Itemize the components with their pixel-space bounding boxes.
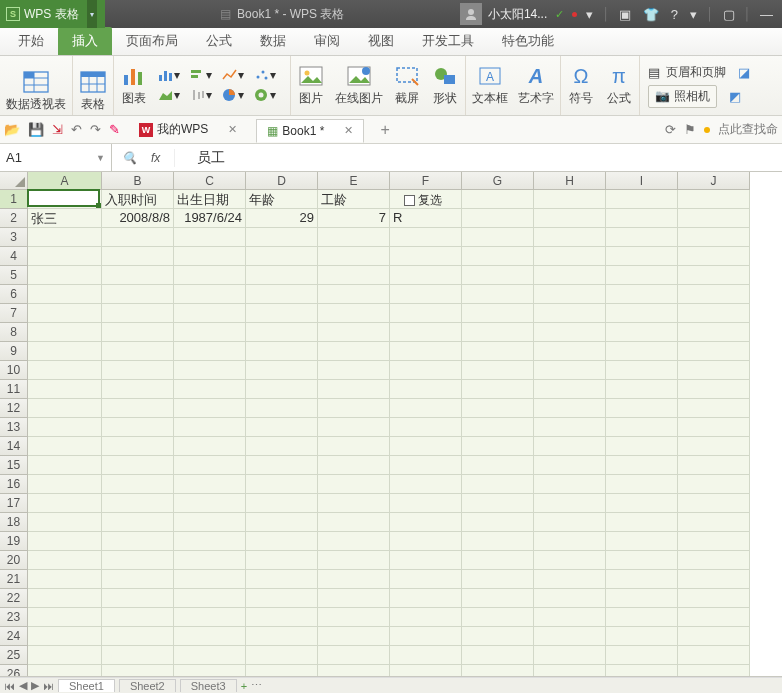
cell[interactable] <box>462 627 534 646</box>
find-command-label[interactable]: 点此查找命 <box>718 121 778 138</box>
my-wps-tab[interactable]: W 我的WPS ✕ <box>128 116 248 143</box>
cell[interactable] <box>246 532 318 551</box>
cell[interactable] <box>246 323 318 342</box>
cell[interactable] <box>28 532 102 551</box>
cell[interactable] <box>318 589 390 608</box>
cell[interactable] <box>534 608 606 627</box>
cell[interactable] <box>318 456 390 475</box>
cell[interactable] <box>28 304 102 323</box>
cell[interactable] <box>318 608 390 627</box>
row-header[interactable]: 24 <box>0 627 28 646</box>
select-all-corner[interactable] <box>0 172 28 190</box>
cell[interactable]: 张三 <box>28 209 102 228</box>
redo-icon[interactable]: ↷ <box>90 122 101 137</box>
row-header[interactable]: 19 <box>0 532 28 551</box>
cell[interactable] <box>606 266 678 285</box>
cell[interactable] <box>318 494 390 513</box>
cell[interactable] <box>462 247 534 266</box>
cell[interactable] <box>534 532 606 551</box>
cell[interactable] <box>246 494 318 513</box>
export-icon[interactable]: ⇲ <box>52 122 63 137</box>
cell[interactable] <box>246 665 318 677</box>
cell[interactable] <box>678 418 750 437</box>
cell[interactable] <box>678 494 750 513</box>
cell[interactable] <box>606 247 678 266</box>
user-name[interactable]: 小太阳14... <box>488 6 547 23</box>
next-sheet-icon[interactable]: ▶ <box>31 679 39 692</box>
pie-chart-icon[interactable]: ▾ <box>218 86 248 104</box>
cell[interactable] <box>390 399 462 418</box>
cell[interactable] <box>28 608 102 627</box>
cell[interactable] <box>318 665 390 677</box>
cell[interactable] <box>462 551 534 570</box>
cell[interactable] <box>174 247 246 266</box>
line-chart-icon[interactable]: ▾ <box>218 66 248 84</box>
cell[interactable] <box>462 304 534 323</box>
screenshot-button[interactable]: 截屏 <box>393 64 421 107</box>
cell[interactable] <box>390 589 462 608</box>
tab-page-layout[interactable]: 页面布局 <box>112 27 192 55</box>
cell[interactable] <box>390 513 462 532</box>
cell[interactable] <box>678 475 750 494</box>
cell[interactable] <box>174 532 246 551</box>
row-header[interactable]: 8 <box>0 323 28 342</box>
cell[interactable] <box>390 361 462 380</box>
cell[interactable] <box>462 266 534 285</box>
cell[interactable] <box>28 380 102 399</box>
row-header[interactable]: 20 <box>0 551 28 570</box>
column-header[interactable]: E <box>318 172 390 190</box>
cell[interactable] <box>462 228 534 247</box>
cell[interactable] <box>102 304 174 323</box>
restore-icon[interactable]: ▢ <box>720 7 738 22</box>
picture-button[interactable]: 图片 <box>297 64 325 107</box>
cell[interactable] <box>606 608 678 627</box>
cell[interactable] <box>678 589 750 608</box>
cell[interactable] <box>534 399 606 418</box>
cell[interactable] <box>534 228 606 247</box>
cell[interactable] <box>606 589 678 608</box>
cell[interactable] <box>246 475 318 494</box>
hbar-chart-icon[interactable]: ▾ <box>186 66 216 84</box>
cell[interactable] <box>606 228 678 247</box>
cell[interactable] <box>390 342 462 361</box>
user-avatar-icon[interactable] <box>460 3 482 25</box>
add-sheet-icon[interactable]: + <box>241 680 247 692</box>
cell[interactable] <box>462 323 534 342</box>
cell[interactable] <box>606 532 678 551</box>
cell[interactable] <box>246 304 318 323</box>
cell[interactable]: 1987/6/24 <box>174 209 246 228</box>
cell[interactable] <box>102 228 174 247</box>
cell[interactable] <box>174 570 246 589</box>
cell[interactable] <box>462 494 534 513</box>
textbox-button[interactable]: A 文本框 <box>472 64 508 107</box>
row-header[interactable]: 25 <box>0 646 28 665</box>
cell[interactable] <box>102 570 174 589</box>
tab-formula[interactable]: 公式 <box>192 27 246 55</box>
close-icon[interactable]: ✕ <box>344 124 353 137</box>
cell[interactable] <box>318 532 390 551</box>
new-tab-button[interactable]: + <box>380 121 389 139</box>
cell[interactable] <box>606 437 678 456</box>
cell[interactable] <box>102 627 174 646</box>
cell[interactable] <box>534 342 606 361</box>
help-icon[interactable]: ? <box>668 7 681 22</box>
column-header[interactable]: B <box>102 172 174 190</box>
cell[interactable] <box>606 475 678 494</box>
cell[interactable] <box>390 646 462 665</box>
cell[interactable] <box>102 456 174 475</box>
cell[interactable] <box>174 342 246 361</box>
row-header[interactable]: 10 <box>0 361 28 380</box>
cell[interactable] <box>462 285 534 304</box>
cell[interactable] <box>606 399 678 418</box>
cell[interactable] <box>534 589 606 608</box>
cell[interactable] <box>534 209 606 228</box>
cell[interactable] <box>462 209 534 228</box>
cell[interactable] <box>246 361 318 380</box>
cell[interactable] <box>678 437 750 456</box>
cell[interactable] <box>28 285 102 304</box>
cell[interactable]: 2008/8/8 <box>102 209 174 228</box>
cell[interactable] <box>390 247 462 266</box>
cell[interactable] <box>102 399 174 418</box>
cell[interactable] <box>462 418 534 437</box>
cell[interactable] <box>462 190 534 209</box>
